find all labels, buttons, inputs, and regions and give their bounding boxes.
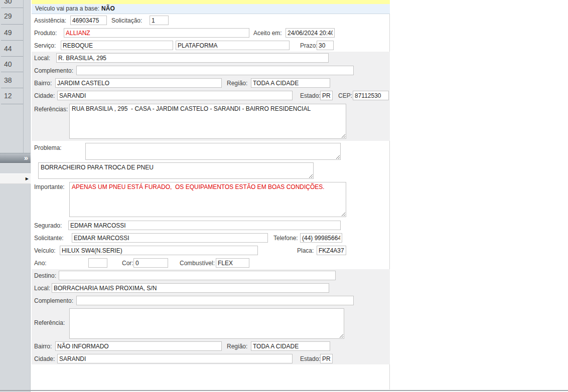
list-item[interactable]: 44 xyxy=(4,45,12,53)
column-divider xyxy=(23,0,24,153)
panel-splitter[interactable]: » xyxy=(0,153,31,163)
row-divider xyxy=(1,24,23,25)
destino-complemento-label: Complemento: xyxy=(34,297,73,304)
importante-label: Importante: xyxy=(34,183,65,190)
destino-label: Destino: xyxy=(34,272,56,279)
placa-label: Placa: xyxy=(297,247,314,254)
list-item[interactable]: 29 xyxy=(4,12,12,20)
assistance-screen: Veículo vai para a base:NÃO Assistência:… xyxy=(0,0,568,392)
destino-cidade-label: Cidade: xyxy=(34,355,55,362)
list-item[interactable]: 30 xyxy=(4,0,12,5)
referencias-textarea[interactable]: RUA BRASILIA , 295 - CASA - JARDIM CASTE… xyxy=(69,104,346,139)
base-banner-value: NÃO xyxy=(101,5,115,12)
destino-cidade-input[interactable] xyxy=(57,354,293,363)
destino-local-input[interactable] xyxy=(52,283,329,293)
row-divider xyxy=(1,56,23,57)
destino-bairro-input[interactable] xyxy=(55,341,222,351)
origem-cidade-label: Cidade: xyxy=(34,92,55,99)
assistencia-label: Assistência: xyxy=(34,17,66,24)
telefone-input[interactable] xyxy=(300,233,342,243)
destino-referencia-label: Referência: xyxy=(34,319,65,326)
servico-tipo-input[interactable] xyxy=(176,41,290,50)
expand-panel-icon[interactable]: » xyxy=(24,153,28,162)
origem-estado-input[interactable] xyxy=(320,91,333,100)
base-banner-label: Veículo vai para a base: xyxy=(35,5,99,12)
destino-input[interactable] xyxy=(59,271,336,280)
telefone-label: Telefone: xyxy=(273,235,298,242)
origem-regiao-label: Região: xyxy=(227,80,247,87)
solicitacao-input[interactable] xyxy=(150,16,169,25)
segurado-label: Segurado: xyxy=(34,222,62,229)
origem-local-label: Local: xyxy=(34,55,50,62)
origem-estado-label: Estado: xyxy=(300,92,321,99)
alert-strip xyxy=(32,0,390,4)
cor-input[interactable] xyxy=(133,258,168,268)
combustivel-input[interactable] xyxy=(216,258,249,268)
combustivel-label: Combustível: xyxy=(180,260,215,267)
segurado-input[interactable] xyxy=(68,221,341,230)
row-divider xyxy=(1,72,23,72)
cor-label: Cor: xyxy=(122,260,133,267)
destino-estado-input[interactable] xyxy=(320,354,333,363)
prazo-input[interactable] xyxy=(317,41,334,50)
cep-input[interactable] xyxy=(353,91,389,100)
destino-bairro-label: Bairro: xyxy=(34,343,52,350)
servico-input[interactable] xyxy=(61,41,173,50)
origem-local-input[interactable] xyxy=(56,53,329,63)
solicitacao-label: Solicitação: xyxy=(111,17,142,24)
origem-bairro-label: Bairro: xyxy=(34,80,52,87)
row-divider xyxy=(1,40,23,41)
expand-arrow-icon[interactable]: ▶ xyxy=(26,176,29,181)
problema-label: Problema: xyxy=(34,144,62,151)
solicitante-input[interactable] xyxy=(72,233,268,243)
origem-regiao-input[interactable] xyxy=(251,78,330,88)
origem-bairro-input[interactable] xyxy=(55,78,222,88)
placa-input[interactable] xyxy=(317,246,346,255)
cep-label: CEP: xyxy=(338,92,352,99)
list-item[interactable]: 12 xyxy=(4,92,12,100)
aceito-em-label: Aceito em: xyxy=(253,30,282,37)
destino-regiao-input[interactable] xyxy=(251,341,330,351)
aceito-em-input[interactable] xyxy=(286,28,335,38)
veiculo-label: Veículo: xyxy=(34,247,56,254)
veiculo-input[interactable] xyxy=(60,246,258,255)
origem-complemento-label: Complemento: xyxy=(34,67,73,74)
collapsed-panel-strip[interactable]: ▶ xyxy=(0,173,31,184)
bottom-border xyxy=(0,390,568,391)
problema-textarea[interactable] xyxy=(85,143,341,160)
row-divider xyxy=(1,88,23,88)
row-divider xyxy=(1,8,23,8)
prazo-label: Prazo: xyxy=(300,42,318,49)
produto-input[interactable] xyxy=(64,28,249,38)
destino-complemento-input[interactable] xyxy=(76,296,354,305)
problema-descricao-textarea[interactable]: BORRACHEIRO PARA TROCA DE PNEU xyxy=(38,162,314,179)
destino-regiao-label: Região: xyxy=(227,343,247,350)
ano-label: Ano: xyxy=(34,260,47,267)
list-item[interactable]: 49 xyxy=(4,29,12,37)
solicitante-label: Solicitante: xyxy=(34,235,64,242)
importante-textarea[interactable]: APENAS UM PNEU ESTÁ FURADO, OS EQUIPAMEN… xyxy=(69,182,346,217)
list-item[interactable]: 38 xyxy=(4,76,12,84)
origem-complemento-input[interactable] xyxy=(76,66,354,75)
produto-label: Produto: xyxy=(34,30,57,37)
base-banner: Veículo vai para a base:NÃO xyxy=(32,4,390,14)
left-grid-sidebar: 30 29 49 44 40 38 12 » ▶ xyxy=(0,0,31,392)
ano-input[interactable] xyxy=(88,258,107,268)
assistencia-input[interactable] xyxy=(70,16,107,25)
referencias-label: Referências: xyxy=(34,106,68,113)
servico-label: Serviço: xyxy=(34,42,56,49)
destino-estado-label: Estado: xyxy=(300,355,321,362)
origem-cidade-input[interactable] xyxy=(57,91,293,100)
row-divider xyxy=(1,104,23,104)
list-item[interactable]: 40 xyxy=(4,60,12,68)
destino-referencia-textarea[interactable] xyxy=(69,308,344,339)
destino-local-label: Local: xyxy=(34,285,50,292)
